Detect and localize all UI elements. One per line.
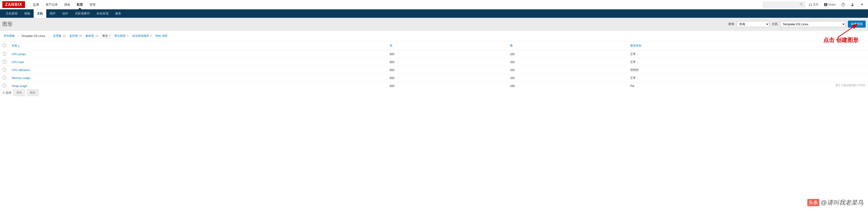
breadcrumb-tab[interactable]: 图形 5 — [101, 33, 112, 38]
row-checkbox[interactable] — [3, 84, 6, 87]
help-button[interactable] — [839, 2, 847, 7]
sort-asc-icon: ▲ — [18, 44, 20, 47]
row-name[interactable]: CPU load — [9, 58, 387, 66]
row-name[interactable]: Memory usage — [9, 74, 387, 82]
top-nav-item[interactable]: 管理 — [86, 0, 99, 9]
row-type: 正常 — [627, 50, 868, 58]
breadcrumb-tab[interactable]: 自动发现规则 2 — [131, 33, 153, 38]
breadcrumb-tab[interactable]: 聚合图形 1 — [113, 33, 130, 38]
host-filter-select[interactable]: Template OS Linux — [780, 21, 845, 27]
table-row: Memory usage900200正常 — [0, 74, 868, 82]
top-right-actions: 支持 Z Share — [763, 2, 866, 8]
row-type: 正常 — [627, 58, 868, 66]
user-icon — [851, 3, 855, 6]
row-checkbox[interactable] — [3, 52, 6, 55]
support-link[interactable]: 支持 — [807, 2, 820, 7]
row-type: 正常 — [627, 74, 868, 82]
table-row: CPU jumps900200正常 — [0, 50, 868, 58]
breadcrumb-all-templates[interactable]: 所有模板 — [2, 33, 17, 39]
table-row: CPU utilization900200层积的 — [0, 66, 868, 74]
group-filter-label: 群组 — [728, 22, 734, 26]
row-name[interactable]: CPU utilization — [9, 66, 387, 74]
header-type[interactable]: 图形类别 — [627, 41, 868, 50]
row-checkbox-cell — [0, 66, 9, 74]
sub-nav-item[interactable]: 主机群组 — [2, 9, 21, 18]
top-nav-item[interactable]: 报表 — [61, 0, 73, 9]
selection-count: 0 选择 — [3, 91, 11, 95]
breadcrumb-separator: / — [17, 34, 19, 38]
header-name[interactable]: 名称▲ — [9, 41, 387, 50]
row-height: 200 — [507, 66, 627, 74]
row-type: 层积的 — [627, 66, 868, 74]
svg-point-0 — [800, 3, 802, 5]
top-header: ZABBIX 监测资产记录报表配置管理 支持 Z Share — [0, 0, 868, 9]
sub-nav-item[interactable]: 动作 — [59, 9, 71, 18]
search-icon — [800, 3, 803, 6]
header-checkbox-col — [0, 41, 9, 50]
share-label: Share — [828, 3, 836, 6]
row-width: 900 — [387, 74, 507, 82]
row-width: 900 — [387, 50, 507, 58]
select-all-checkbox[interactable] — [3, 44, 6, 47]
footer-actions: 0 选择 复制 删除 — [0, 87, 868, 98]
logout-button[interactable] — [858, 2, 866, 7]
graphs-table: 名称▲ 宽 高 图形类别 CPU jumps900200正常CPU load90… — [0, 41, 868, 90]
title-filters: 群组 所有 主机 Template OS Linux 创建图形 — [728, 21, 866, 28]
top-nav-item[interactable]: 监测 — [30, 0, 42, 9]
top-nav-item[interactable]: 资产记录 — [42, 0, 61, 9]
sub-nav-item[interactable]: 自动发现 — [93, 9, 112, 18]
breadcrumb-tab[interactable]: Web 场景 — [154, 33, 169, 38]
delete-button[interactable]: 删除 — [27, 89, 38, 96]
help-icon — [841, 3, 845, 6]
svg-point-4 — [852, 3, 853, 4]
share-link[interactable]: Z Share — [822, 2, 838, 7]
breadcrumb-tabs: 所有模板 / Template OS Linux 应用集 10 监控项 35 触… — [0, 31, 868, 41]
title-bar: 图形 群组 所有 主机 Template OS Linux 创建图形 — [0, 18, 868, 31]
row-checkbox-cell — [0, 50, 9, 58]
row-checkbox[interactable] — [3, 68, 6, 71]
logo[interactable]: ZABBIX — [2, 1, 25, 8]
row-height: 200 — [507, 58, 627, 66]
headset-icon — [809, 3, 812, 6]
group-filter-select[interactable]: 所有 — [737, 21, 769, 27]
host-filter-label: 主机 — [772, 22, 778, 26]
breadcrumb-tab[interactable]: 应用集 10 — [52, 33, 67, 38]
sub-nav-item[interactable]: 模板 — [21, 9, 34, 18]
sub-nav-item[interactable]: 维护 — [46, 9, 59, 18]
top-nav: 监测资产记录报表配置管理 — [30, 0, 99, 9]
svg-line-1 — [802, 5, 803, 6]
display-count-info: 显示 已自动发现的 5中的5 — [0, 84, 865, 87]
share-badge-icon: Z — [824, 3, 827, 6]
table-row: CPU load900200正常 — [0, 58, 868, 66]
row-checkbox[interactable] — [3, 60, 6, 63]
sub-nav: 主机群组模板主机维护动作关联项事件自动发现服务 — [0, 9, 868, 18]
copy-button[interactable]: 复制 — [13, 89, 25, 96]
row-name[interactable]: CPU jumps — [9, 50, 387, 58]
row-checkbox-cell — [0, 58, 9, 66]
breadcrumb-tab[interactable]: 监控项 35 — [68, 33, 84, 38]
row-width: 900 — [387, 66, 507, 74]
search-input[interactable] — [763, 2, 805, 8]
row-checkbox-cell — [0, 74, 9, 82]
row-checkbox[interactable] — [3, 76, 6, 79]
header-height[interactable]: 高 — [507, 41, 627, 50]
row-height: 200 — [507, 50, 627, 58]
breadcrumb-tab[interactable]: 触发器 15 — [84, 33, 100, 38]
sub-nav-item[interactable]: 关联项事件 — [71, 9, 93, 18]
create-graph-button[interactable]: 创建图形 — [848, 21, 866, 28]
sub-nav-item[interactable]: 主机 — [34, 9, 46, 18]
user-button[interactable] — [849, 2, 856, 7]
breadcrumb-current[interactable]: Template OS Linux — [20, 33, 46, 38]
row-height: 200 — [507, 74, 627, 82]
page-title: 图形 — [2, 21, 12, 28]
support-label: 支持 — [813, 3, 818, 6]
row-width: 900 — [387, 58, 507, 66]
sub-nav-item[interactable]: 服务 — [112, 9, 124, 18]
header-width[interactable]: 宽 — [387, 41, 507, 50]
power-icon — [860, 3, 864, 6]
top-nav-item[interactable]: 配置 — [73, 0, 86, 9]
